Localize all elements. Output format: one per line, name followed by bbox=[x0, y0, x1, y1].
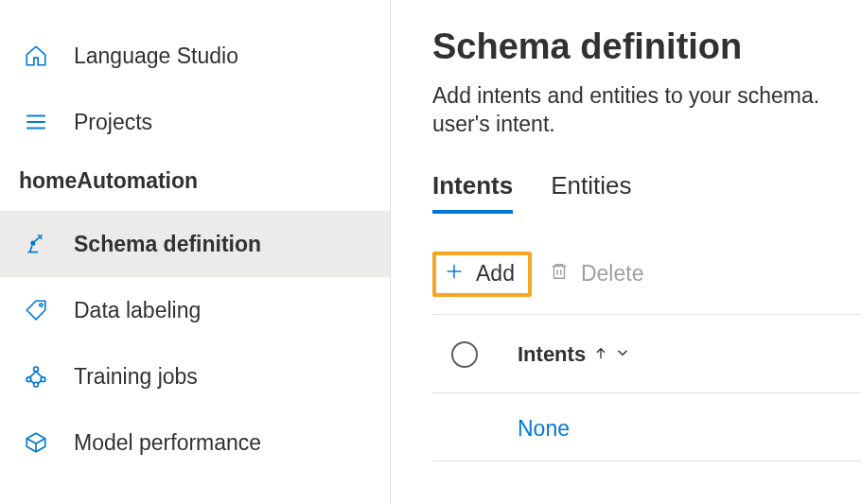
nav-label: Model performance bbox=[74, 430, 261, 456]
robot-arm-icon bbox=[23, 231, 49, 257]
list-icon bbox=[23, 109, 49, 135]
chevron-down-icon bbox=[614, 342, 631, 367]
trash-icon bbox=[549, 261, 570, 287]
tabs: Intents Entities bbox=[432, 171, 861, 214]
tab-entities[interactable]: Entities bbox=[551, 171, 631, 214]
nav-projects[interactable]: Projects bbox=[0, 89, 390, 155]
column-header-intents[interactable]: Intents bbox=[518, 342, 631, 367]
table-row[interactable]: None bbox=[432, 393, 861, 461]
add-label: Add bbox=[476, 261, 515, 287]
nav-data-labeling[interactable]: Data labeling bbox=[0, 277, 390, 343]
page-title: Schema definition bbox=[432, 26, 861, 67]
nav-label: Data labeling bbox=[74, 298, 201, 323]
nav-model-performance[interactable]: Model performance bbox=[0, 409, 390, 476]
svg-line-11 bbox=[31, 380, 34, 383]
nav-label: Language Studio bbox=[74, 43, 238, 69]
nav-label: Schema definition bbox=[74, 232, 261, 257]
add-button[interactable]: Add bbox=[432, 252, 532, 297]
column-header-label: Intents bbox=[518, 342, 586, 367]
network-icon bbox=[23, 363, 49, 390]
table-header: Intents bbox=[432, 341, 861, 393]
tab-intents[interactable]: Intents bbox=[432, 171, 513, 214]
project-name: homeAutomation bbox=[0, 155, 390, 211]
nav-training-jobs[interactable]: Training jobs bbox=[0, 343, 390, 409]
delete-label: Delete bbox=[581, 261, 643, 287]
svg-line-9 bbox=[30, 372, 37, 378]
svg-point-5 bbox=[34, 367, 39, 372]
toolbar: Add Delete bbox=[432, 252, 861, 315]
home-icon bbox=[23, 43, 49, 69]
svg-line-12 bbox=[38, 380, 41, 383]
nav-label: Projects bbox=[74, 110, 152, 135]
svg-line-10 bbox=[36, 372, 43, 378]
plus-icon bbox=[444, 261, 465, 287]
tag-icon bbox=[23, 297, 49, 323]
nav-schema-definition[interactable]: Schema definition bbox=[0, 211, 390, 277]
sort-ascending-icon bbox=[593, 342, 608, 367]
delete-button[interactable]: Delete bbox=[549, 261, 643, 287]
nav-label: Training jobs bbox=[74, 364, 198, 390]
nav-language-studio[interactable]: Language Studio bbox=[0, 23, 390, 89]
sidebar: Language Studio Projects homeAutomation … bbox=[0, 0, 391, 504]
select-all-checkbox[interactable] bbox=[451, 341, 478, 368]
page-description: Add intents and entities to your schema.… bbox=[432, 82, 861, 139]
intent-link[interactable]: None bbox=[518, 416, 570, 441]
main-content: Schema definition Add intents and entiti… bbox=[391, 0, 861, 504]
cube-icon bbox=[23, 429, 49, 456]
svg-point-4 bbox=[40, 304, 43, 306]
